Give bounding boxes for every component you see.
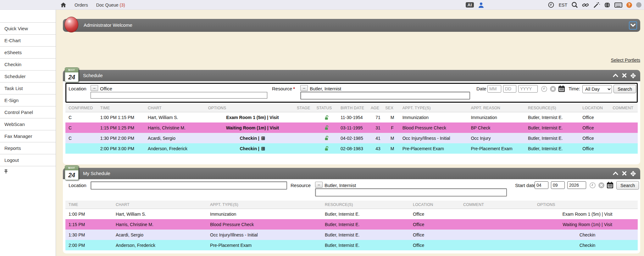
- sidebar-item-control-panel[interactable]: Control Panel: [0, 106, 56, 118]
- appointment-row[interactable]: C 1:00 PM 1:15 PM Hart, William S. Exam …: [65, 112, 638, 122]
- sidebar-item-task-list[interactable]: Task List: [0, 82, 56, 94]
- resource-value: Butler, Internist: [310, 86, 341, 91]
- start-date-month-input[interactable]: [535, 181, 548, 189]
- start-date-day-input[interactable]: [551, 181, 565, 189]
- calendar-picker-icon[interactable]: [606, 181, 614, 190]
- keyboard-icon[interactable]: [614, 2, 622, 8]
- chart-link[interactable]: Anderson, Frederick: [145, 143, 208, 154]
- collapse-icon[interactable]: [613, 171, 618, 178]
- sidebar-item-quick-view[interactable]: Quick View: [0, 23, 56, 35]
- expand-plus-icon[interactable]: ⊞: [261, 135, 265, 141]
- sidebar-item-checkin[interactable]: Checkin: [0, 59, 56, 71]
- appointment-row[interactable]: 2:00 PM 3:00 PM Anderson, Frederick Chec…: [65, 143, 638, 154]
- schedule-table: CONFIRMED TIME CHART OPTIONS STAGE STATU…: [65, 104, 638, 154]
- chart-link[interactable]: Hart, William S.: [145, 112, 208, 122]
- globe-icon[interactable]: [604, 2, 610, 8]
- select-portlets-link[interactable]: Select Portlets: [611, 58, 641, 63]
- clear-date-icon[interactable]: [598, 182, 605, 190]
- resource-collapse-button[interactable]: –: [300, 85, 308, 91]
- sidebar-item-logout[interactable]: Logout: [0, 154, 56, 166]
- sidebar-item-webscan[interactable]: WebScan: [0, 118, 56, 130]
- options-links[interactable]: Waiting Room (1m) | Visit: [537, 219, 638, 230]
- chart-link[interactable]: Acardi, Sergio: [113, 230, 207, 240]
- time-picker-icon[interactable]: [541, 86, 547, 94]
- expand-plus-icon[interactable]: ⊞: [261, 146, 265, 151]
- status-cell[interactable]: [317, 143, 338, 154]
- collapse-icon[interactable]: [613, 73, 618, 80]
- home-icon[interactable]: [60, 2, 66, 8]
- my-schedule-portlet-title: My Schedule: [83, 171, 110, 176]
- sidebar-item-esheets[interactable]: eSheets: [0, 47, 56, 59]
- sidebar-item-e-sign[interactable]: E-Sign: [0, 94, 56, 106]
- location-collapse-button[interactable]: –: [91, 85, 98, 91]
- calendar-picker-icon[interactable]: [558, 85, 565, 94]
- appointment-row[interactable]: 1:30 PM Acardi, Sergio Occ Injury/Illnes…: [65, 230, 638, 240]
- appointment-row[interactable]: 2:00 PM Anderson, Frederick Pre-Placemen…: [65, 240, 638, 250]
- time-select[interactable]: All Day: [582, 85, 612, 93]
- options-links[interactable]: Checkin: [537, 230, 638, 240]
- location-input[interactable]: [91, 181, 287, 190]
- resource-input[interactable]: [300, 92, 470, 100]
- status-circle-icon[interactable]: [636, 2, 641, 8]
- options-links[interactable]: Checkin | ⊞: [208, 133, 297, 143]
- location-label: Location: [69, 86, 86, 91]
- date-month-input[interactable]: [487, 85, 501, 93]
- status-cell[interactable]: [317, 112, 338, 122]
- wand-icon[interactable]: [593, 2, 600, 8]
- location-input[interactable]: [91, 92, 267, 99]
- time-picker-icon[interactable]: [589, 182, 596, 190]
- close-icon[interactable]: [622, 73, 627, 80]
- chart-link[interactable]: Acardi, Sergio: [145, 133, 208, 143]
- link-icon[interactable]: [582, 2, 589, 8]
- schedule-portlet-body: Location – Office Resource* – Butler, In…: [63, 81, 640, 164]
- sidebar-item-scheduler[interactable]: Scheduler: [0, 71, 56, 82]
- options-links[interactable]: Checkin: [537, 240, 638, 250]
- move-icon[interactable]: [630, 171, 636, 178]
- unlocked-icon: [324, 135, 330, 141]
- status-cell[interactable]: [317, 122, 338, 133]
- resource-input[interactable]: [315, 188, 507, 196]
- calendar-badge-icon: MAY 24: [65, 67, 79, 82]
- appointment-row[interactable]: C 1:15 PM 1:25 PM Harris, Christine M. W…: [65, 122, 638, 133]
- status-cell[interactable]: [317, 133, 338, 143]
- date-year-input[interactable]: [518, 85, 538, 93]
- welcome-collapse-button[interactable]: [629, 21, 637, 30]
- clock-icon[interactable]: [548, 2, 554, 8]
- move-icon[interactable]: [630, 73, 636, 80]
- close-icon[interactable]: [622, 171, 627, 178]
- sidebar-item-e-chart[interactable]: E-Chart: [0, 35, 56, 47]
- appointment-row[interactable]: 1:15 PM Harris, Christine M. Blood Press…: [65, 219, 638, 230]
- timezone-label: EST: [559, 3, 567, 8]
- help-icon[interactable]: ?: [626, 2, 632, 8]
- resource-collapse-button[interactable]: –: [315, 182, 323, 188]
- appointment-row[interactable]: 1:00 PM Hart, William S. Immunization Bu…: [65, 209, 638, 219]
- schedule-portlet-title: Schedule: [83, 73, 103, 78]
- welcome-banner: Administrator Welcome: [63, 19, 640, 32]
- chart-link[interactable]: Harris, Christine M.: [145, 122, 208, 133]
- options-links[interactable]: Exam Room 1 (5m) | Visit: [208, 112, 297, 122]
- options-links[interactable]: Waiting Room (1m) | Visit: [208, 122, 297, 133]
- schedule-portlet-header: MAY 24 Schedule: [63, 70, 640, 81]
- sidebar-item-reports[interactable]: Reports: [0, 142, 56, 154]
- nav-doc-queue[interactable]: Doc Queue (3): [96, 3, 125, 8]
- sidebar-pin-toggle[interactable]: [0, 166, 56, 178]
- search-icon[interactable]: [571, 2, 578, 8]
- resource-value: Butler, Internist: [325, 183, 356, 188]
- appointment-row[interactable]: C 1:30 PM 2:00 PM Acardi, Sergio Checkin…: [65, 133, 638, 143]
- nav-orders[interactable]: Orders: [75, 3, 88, 8]
- my-schedule-filter-area: Location Resource – Butler, Internist St…: [65, 179, 638, 199]
- options-links[interactable]: Checkin | ⊞: [208, 143, 297, 154]
- my-schedule-search-button[interactable]: Search: [616, 181, 639, 190]
- options-links[interactable]: Exam Room 1 (5m) | Visit: [537, 209, 638, 219]
- chart-link[interactable]: Anderson, Frederick: [113, 240, 207, 250]
- chart-link[interactable]: Harris, Christine M.: [113, 219, 207, 230]
- user-icon[interactable]: [478, 2, 484, 8]
- schedule-search-button[interactable]: Search: [613, 85, 636, 93]
- date-day-input[interactable]: [503, 85, 516, 93]
- sidebar-item-fax-manager[interactable]: Fax Manager: [0, 130, 56, 142]
- ai-badge[interactable]: AI: [466, 2, 474, 8]
- clear-date-icon[interactable]: [550, 86, 556, 94]
- welcome-sphere-icon: [64, 17, 78, 32]
- chart-link[interactable]: Hart, William S.: [113, 209, 207, 219]
- start-date-year-input[interactable]: [567, 181, 586, 189]
